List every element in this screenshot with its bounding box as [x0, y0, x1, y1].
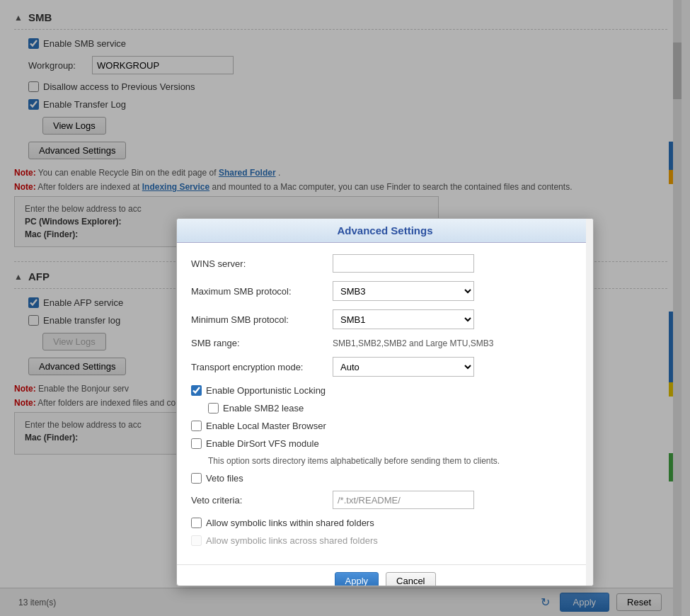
- wins-server-label: WINS server:: [191, 258, 333, 269]
- enable-opportunistic-checkbox[interactable]: [191, 385, 202, 396]
- min-smb-select[interactable]: SMB1 SMB2 SMB3: [333, 309, 474, 329]
- enable-smb2-lease-label[interactable]: Enable SMB2 lease: [223, 403, 304, 413]
- modal-header: Advanced Settings: [177, 219, 593, 243]
- allow-symbolic-label[interactable]: Allow symbolic links within shared folde…: [206, 518, 374, 528]
- enable-local-master-label[interactable]: Enable Local Master Browser: [206, 421, 326, 431]
- modal-cancel-button[interactable]: Cancel: [386, 572, 435, 586]
- enable-smb2-lease-row: Enable SMB2 lease: [208, 403, 579, 413]
- wins-server-row: WINS server:: [191, 254, 579, 273]
- modal-scrollbar: [586, 219, 593, 586]
- veto-criteria-input[interactable]: [333, 491, 474, 509]
- dirsort-description: This option sorts directory items alphab…: [208, 456, 579, 466]
- allow-symbolic-across-checkbox[interactable]: [191, 535, 202, 546]
- enable-dirsort-row: Enable DirSort VFS module: [191, 438, 579, 449]
- wins-server-input[interactable]: [333, 254, 474, 273]
- transport-encryption-select[interactable]: Auto Disabled Required: [333, 357, 474, 377]
- modal-footer: Apply Cancel: [177, 564, 593, 586]
- modal-title: Advanced Settings: [337, 224, 432, 236]
- advanced-settings-modal: Advanced Settings WINS server: Maximum S…: [176, 218, 594, 586]
- enable-dirsort-checkbox[interactable]: [191, 438, 202, 449]
- smb-range-label: SMB range:: [191, 338, 333, 348]
- min-smb-row: Minimum SMB protocol: SMB1 SMB2 SMB3: [191, 309, 579, 329]
- veto-files-label[interactable]: Veto files: [206, 473, 243, 484]
- max-smb-label: Maximum SMB protocol:: [191, 286, 333, 297]
- max-smb-select[interactable]: SMB1 SMB2 SMB3: [333, 281, 474, 301]
- veto-files-checkbox[interactable]: [191, 473, 202, 484]
- transport-encryption-label: Transport encryption mode:: [191, 362, 333, 372]
- enable-smb2-lease-checkbox[interactable]: [208, 403, 219, 413]
- enable-local-master-checkbox[interactable]: [191, 421, 202, 431]
- modal-body: WINS server: Maximum SMB protocol: SMB1 …: [177, 243, 593, 564]
- enable-dirsort-label[interactable]: Enable DirSort VFS module: [206, 438, 319, 449]
- smb-range-row: SMB range: SMB1,SMB2,SMB2 and Large MTU,…: [191, 338, 579, 348]
- enable-opportunistic-row: Enable Opportunistic Locking: [191, 385, 579, 396]
- allow-symbolic-row: Allow symbolic links within shared folde…: [191, 518, 579, 528]
- veto-files-row: Veto files: [191, 473, 579, 484]
- enable-opportunistic-label[interactable]: Enable Opportunistic Locking: [206, 385, 326, 396]
- veto-criteria-row: Veto criteria:: [191, 491, 579, 509]
- modal-apply-button[interactable]: Apply: [335, 572, 379, 586]
- min-smb-label: Minimum SMB protocol:: [191, 314, 333, 325]
- allow-symbolic-across-label: Allow symbolic links across shared folde…: [206, 535, 378, 546]
- transport-encryption-row: Transport encryption mode: Auto Disabled…: [191, 357, 579, 377]
- max-smb-row: Maximum SMB protocol: SMB1 SMB2 SMB3: [191, 281, 579, 301]
- allow-symbolic-checkbox[interactable]: [191, 518, 202, 528]
- allow-symbolic-across-row: Allow symbolic links across shared folde…: [191, 535, 579, 546]
- modal-overlay: Advanced Settings WINS server: Maximum S…: [0, 0, 690, 616]
- smb-range-value: SMB1,SMB2,SMB2 and Large MTU,SMB3: [333, 338, 493, 348]
- enable-local-master-row: Enable Local Master Browser: [191, 421, 579, 431]
- veto-criteria-label: Veto criteria:: [191, 495, 333, 506]
